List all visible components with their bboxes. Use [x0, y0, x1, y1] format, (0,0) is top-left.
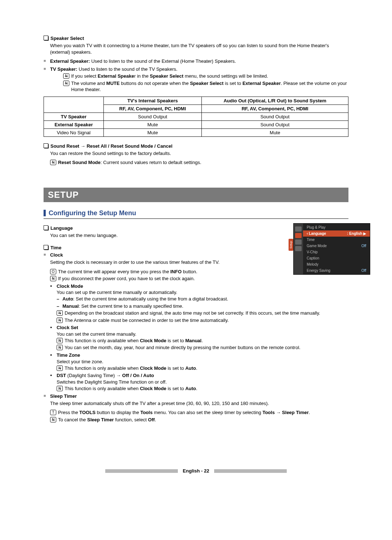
- note-line: To cancel the Sleep Timer function, sele…: [50, 417, 348, 423]
- osd-menu-row: V-Chip: [303, 249, 370, 255]
- osd-category-icon: [295, 226, 302, 232]
- cell: Sound Output: [202, 112, 348, 120]
- osd-screenshot: Setup Plug & Play‹ Language: English ▶Ti…: [293, 223, 370, 275]
- text: Used to listen to the sound of the TV Sp…: [77, 66, 177, 72]
- note-line: This function is only available when Clo…: [57, 385, 348, 392]
- square-icon: [44, 143, 48, 148]
- speaker-select-heading: Speaker Select: [44, 36, 348, 41]
- manual-option: Manual: Set the current time to a manual…: [57, 303, 348, 310]
- dst-desc: Switches the Daylight Saving Time functi…: [57, 379, 348, 385]
- sleep-timer-item: Sleep Timer: [44, 393, 348, 400]
- setup-section-bar: SETUP: [44, 188, 348, 202]
- footer-band-icon: [214, 469, 287, 473]
- heading-text: Language: [50, 225, 73, 231]
- col-subheader: RF, AV, Component, PC, HDMI: [103, 105, 201, 112]
- info-icon: [50, 269, 56, 274]
- label: TV Speaker:: [50, 66, 77, 72]
- note-icon: [57, 345, 63, 350]
- note-icon: [50, 417, 56, 422]
- page-footer: English - 22: [22, 466, 370, 475]
- cell: Sound Output: [103, 112, 201, 120]
- note-line: The Antenna or cable must be connected i…: [57, 317, 348, 324]
- sleep-timer-desc: The sleep timer automatically shuts off …: [50, 400, 348, 407]
- note-icon: [57, 318, 63, 323]
- note-line: This function is only available when Clo…: [57, 338, 348, 344]
- footer-band-icon: [105, 469, 178, 473]
- note-icon: [57, 338, 63, 343]
- note-icon: [57, 365, 63, 371]
- osd-menu-row: Plug & Play: [303, 224, 370, 230]
- note-icon: [50, 276, 56, 281]
- square-icon: [44, 225, 48, 230]
- speaker-select-desc: When you watch TV with it connecting to …: [50, 42, 348, 55]
- note-icon: [57, 386, 63, 391]
- osd-menu-row: Melody: [303, 261, 370, 267]
- cell: Mute: [103, 120, 201, 128]
- row-header: TV Speaker: [44, 112, 104, 120]
- note-line: The volume and MUTE buttons do not opera…: [63, 80, 348, 93]
- cell: Mute: [202, 128, 348, 136]
- label: Sleep Timer: [50, 393, 77, 399]
- tools-line: Press the TOOLS button to display the To…: [50, 409, 348, 416]
- cell: Mute: [103, 128, 201, 136]
- note-line: Depending on the broadcast station and s…: [57, 310, 348, 316]
- clock-mode-desc: You can set up the current time manually…: [57, 290, 348, 295]
- clock-set-item: Clock Set: [50, 324, 348, 331]
- tools-icon: [50, 410, 56, 415]
- square-icon: [44, 36, 48, 40]
- osd-menu-row: Caption: [303, 255, 370, 261]
- tv-speaker-item: TV Speaker: Used to listen to the sound …: [44, 66, 348, 73]
- clock-mode-item: Clock Mode: [50, 283, 348, 290]
- heading-text: Speaker Select: [50, 36, 84, 41]
- col-header: Audio Out (Optical, L/R Out) to Sound Sy…: [202, 97, 348, 105]
- label: External Speaker:: [50, 58, 90, 64]
- note-line: Reset Sound Mode: Current sound values r…: [50, 159, 348, 166]
- col-header: TV's Internal Speakers: [103, 97, 201, 105]
- external-speaker-item: External Speaker: Used to listen to the …: [44, 58, 348, 65]
- dst-item: DST (Daylight Saving Time) → Off / On / …: [50, 372, 348, 379]
- note-icon: [63, 73, 69, 79]
- osd-menu-row: Energy SavingOff: [303, 267, 370, 274]
- sound-reset-desc: You can restore the Sound settings to th…: [50, 150, 348, 157]
- cell: Sound Output: [202, 120, 348, 128]
- osd-menu-list: Plug & Play‹ Language: English ▶TimeGame…: [303, 224, 370, 274]
- time-zone-desc: Select your time zone.: [57, 359, 348, 364]
- osd-category-icon: [295, 240, 302, 245]
- osd-icon-column: [294, 224, 303, 274]
- square-icon: [44, 245, 48, 250]
- sound-reset-heading: Sound Reset → Reset All / Reset Sound Mo…: [44, 143, 348, 149]
- osd-category-icon: [295, 246, 302, 251]
- osd-menu-row: Game ModeOff: [303, 243, 370, 249]
- auto-option: Auto: Set the current time automatically…: [57, 296, 348, 302]
- note-line: If you select External Speaker in the Sp…: [63, 73, 348, 79]
- time-zone-item: Time Zone: [50, 352, 348, 359]
- note-icon: [50, 160, 56, 165]
- osd-menu-row: Time: [303, 237, 370, 243]
- row-header: External Speaker: [44, 120, 104, 128]
- speaker-table: TV's Internal Speakers Audio Out (Optica…: [44, 97, 348, 137]
- note-line: If you disconnect the power cord, you ha…: [50, 275, 348, 282]
- osd-menu-row: ‹ Language: English ▶: [303, 230, 370, 237]
- label: Clock: [50, 252, 63, 258]
- row-header: Video No Signal: [44, 128, 104, 136]
- osd-side-label: Setup: [289, 239, 293, 251]
- note-icon: [57, 310, 63, 316]
- col-subheader: RF, AV, Component, PC, HDMI: [202, 105, 348, 112]
- note-line: This function is only available when Clo…: [57, 365, 348, 372]
- note-line: You can set the month, day, year, hour a…: [57, 344, 348, 351]
- osd-category-icon: [295, 233, 302, 238]
- configuring-heading: Configuring the Setup Menu: [44, 209, 348, 219]
- heading-marker-icon: [44, 210, 46, 216]
- clock-set-desc: You can set the current time manually.: [57, 331, 348, 337]
- heading-text: Time: [50, 245, 61, 250]
- note-icon: [63, 81, 69, 86]
- text: Used to listen to the sound of the Exter…: [90, 58, 236, 64]
- heading-text: Sound Reset → Reset All / Reset Sound Mo…: [50, 143, 172, 149]
